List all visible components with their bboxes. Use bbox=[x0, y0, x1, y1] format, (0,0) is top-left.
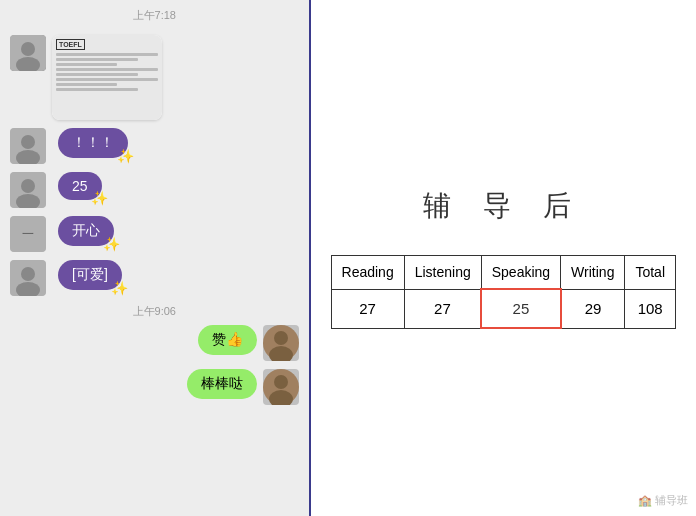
toefl-image-inner: TOEFL bbox=[52, 35, 162, 120]
header-listening: Listening bbox=[404, 256, 481, 290]
header-reading: Reading bbox=[331, 256, 404, 290]
avatar-left-3 bbox=[10, 172, 46, 208]
timestamp-top: 上午7:18 bbox=[0, 8, 309, 23]
doc-line bbox=[56, 88, 138, 91]
svg-point-15 bbox=[274, 331, 288, 345]
doc-line bbox=[56, 83, 117, 86]
message-row: TOEFL bbox=[10, 35, 299, 120]
score-reading: 27 bbox=[331, 289, 404, 328]
avatar-right-1 bbox=[263, 325, 299, 361]
message-row: 25 ✨ bbox=[10, 172, 299, 208]
watermark-icon: 🏫 bbox=[638, 494, 652, 506]
header-total: Total bbox=[625, 256, 676, 290]
avatar-left-1 bbox=[10, 35, 46, 71]
exclamation-bubble-wrapper: ！！！ ✨ bbox=[52, 128, 128, 158]
table-header-row: Reading Listening Speaking Writing Total bbox=[331, 256, 675, 290]
svg-text:一: 一 bbox=[22, 227, 34, 241]
avatar-right-2 bbox=[263, 369, 299, 405]
star-icon: ✨ bbox=[117, 148, 134, 164]
score-table: Reading Listening Speaking Writing Total… bbox=[331, 255, 676, 329]
great-bubble: 棒棒哒 bbox=[187, 369, 257, 399]
header-speaking: Speaking bbox=[481, 256, 560, 290]
table-data-row: 27 27 25 29 108 bbox=[331, 289, 675, 328]
avatar-left-4: 一 bbox=[10, 216, 46, 252]
info-panel: 辅 导 后 Reading Listening Speaking Writing… bbox=[311, 0, 696, 516]
message-row: [可爱] ✨ bbox=[10, 260, 299, 296]
message-row-right: 赞👍 bbox=[10, 325, 299, 361]
chat-messages: TOEFL bbox=[0, 31, 309, 516]
message-row: 一 开心 ✨ bbox=[10, 216, 299, 252]
svg-point-4 bbox=[21, 135, 35, 149]
svg-point-1 bbox=[21, 42, 35, 56]
svg-point-12 bbox=[21, 267, 35, 281]
doc-line bbox=[56, 68, 158, 71]
message-row-right-2: 棒棒哒 bbox=[10, 369, 299, 405]
avatar-image bbox=[10, 35, 46, 71]
cute-bubble-wrapper: [可爱] ✨ bbox=[52, 260, 122, 290]
score-speaking: 25 bbox=[481, 289, 560, 328]
toefl-image-bubble: TOEFL bbox=[52, 35, 162, 120]
score-listening: 27 bbox=[404, 289, 481, 328]
doc-line bbox=[56, 78, 158, 81]
star-icon: ✨ bbox=[91, 190, 108, 206]
star-icon: ✨ bbox=[103, 236, 120, 252]
happy-bubble-wrapper: 开心 ✨ bbox=[52, 216, 114, 246]
timestamp-bottom: 上午9:06 bbox=[10, 304, 299, 319]
zan-bubble: 赞👍 bbox=[198, 325, 257, 355]
score-writing: 29 bbox=[561, 289, 625, 328]
panel-title: 辅 导 后 bbox=[423, 187, 583, 225]
watermark-text: 辅导班 bbox=[655, 494, 688, 506]
chat-panel: 上午7:18 TOEFL bbox=[0, 0, 311, 516]
avatar-left-5 bbox=[10, 260, 46, 296]
doc-line bbox=[56, 58, 138, 61]
watermark: 🏫 辅导班 bbox=[638, 493, 688, 508]
doc-line bbox=[56, 63, 117, 66]
message-row: ！！！ ✨ bbox=[10, 128, 299, 164]
avatar-left-2 bbox=[10, 128, 46, 164]
header-writing: Writing bbox=[561, 256, 625, 290]
doc-line bbox=[56, 53, 158, 56]
toefl-logo: TOEFL bbox=[56, 39, 85, 50]
score-total: 108 bbox=[625, 289, 676, 328]
doc-line bbox=[56, 73, 138, 76]
svg-point-7 bbox=[21, 179, 35, 193]
star-icon: ✨ bbox=[111, 280, 128, 296]
score-bubble-wrapper: 25 ✨ bbox=[52, 172, 102, 200]
toefl-doc-lines bbox=[56, 53, 158, 116]
svg-point-18 bbox=[274, 375, 288, 389]
